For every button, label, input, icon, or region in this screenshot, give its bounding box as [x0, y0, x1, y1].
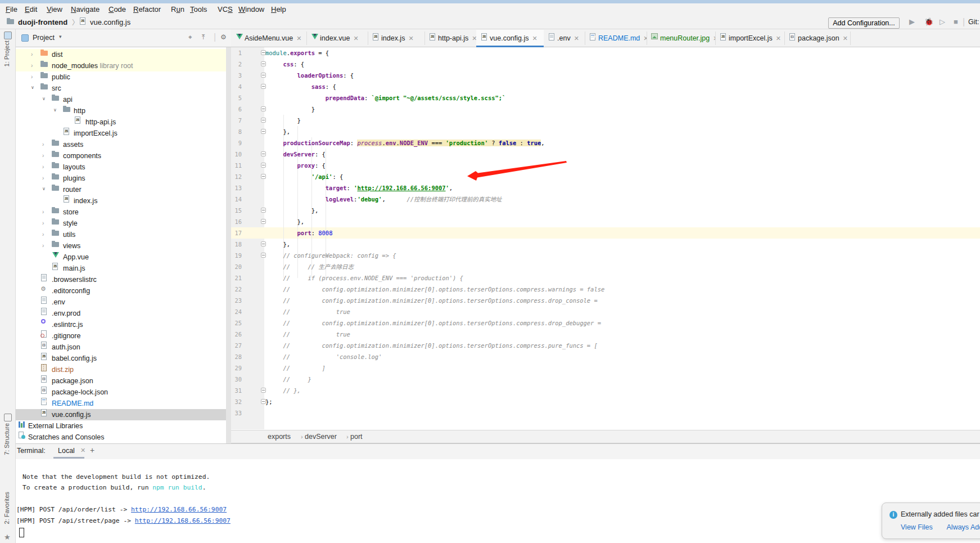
menu-help[interactable]: Help	[271, 5, 286, 14]
tree-item-views[interactable]: ›views	[16, 240, 226, 252]
breadcrumb-project[interactable]: duoji-frontend	[18, 18, 67, 26]
menu-window[interactable]: Window	[238, 5, 264, 14]
tree-item-http-api-js[interactable]: JShttp-api.js	[16, 116, 226, 128]
tab-close-icon[interactable]: ✕	[532, 35, 537, 42]
project-panel-title[interactable]: Project	[33, 34, 55, 42]
git-branch-label[interactable]: Git:	[968, 18, 979, 26]
tree-item-package-json[interactable]: { }package.json	[16, 375, 226, 387]
collapse-all-icon[interactable]: ⤒	[202, 33, 205, 41]
chevron-expanded-icon[interactable]: ∨	[31, 85, 34, 90]
tree-item-dist[interactable]: ›dist	[16, 49, 226, 60]
locate-file-icon[interactable]: ⌖	[188, 33, 192, 41]
menu-navigate[interactable]: Navigate	[71, 5, 100, 14]
terminal-link[interactable]: http://192.168.66.56:9007	[135, 517, 231, 524]
tree-item-auth-json[interactable]: { }auth.json	[16, 342, 226, 353]
tree-item-main-js[interactable]: JSmain.js	[16, 263, 226, 274]
tree-item-public[interactable]: ›public	[16, 71, 226, 83]
tab-importexcel-js[interactable]: JSimportExcel.js✕	[715, 30, 784, 47]
tab--env[interactable]: .env✕	[544, 30, 585, 47]
tab-close-icon[interactable]: ✕	[296, 35, 301, 42]
add-configuration-button[interactable]: Add Configuration...	[828, 17, 900, 29]
terminal-tab-local[interactable]: Local	[58, 447, 75, 455]
tree-item-readme-md[interactable]: MDREADME.md	[16, 398, 226, 409]
code-editor[interactable]: 1234567891011121314151617181920212223242…	[231, 47, 980, 429]
tree-item-api[interactable]: ∨api	[16, 94, 226, 105]
tree-item-external-libraries[interactable]: External Libraries	[16, 420, 226, 432]
tree-item--eslintrc-js[interactable]: .eslintrc.js	[16, 319, 226, 330]
chevron-expanded-icon[interactable]: ∨	[42, 96, 46, 101]
tree-item-store[interactable]: ›store	[16, 207, 226, 218]
terminal-output[interactable]: Note that the development build is not o…	[16, 459, 980, 543]
chevron-expanded-icon[interactable]: ∨	[53, 107, 57, 113]
menu-file[interactable]: File	[6, 5, 17, 14]
tab-menurouter-jpg[interactable]: menuRouter.jpg✕	[647, 30, 715, 47]
tab-close-icon[interactable]: ✕	[574, 35, 579, 42]
stripe-favorites-button[interactable]: 2: Favorites	[3, 492, 10, 524]
tree-item-scratches-and-consoles[interactable]: Scratches and Consoles	[16, 432, 226, 443]
terminal-new-tab-icon[interactable]: +	[90, 446, 94, 455]
tree-item--browserslistrc[interactable]: .browserslistrc	[16, 274, 226, 285]
tree-item-http[interactable]: ∨http	[16, 105, 226, 116]
chevron-collapsed-icon[interactable]: ›	[42, 209, 44, 215]
chevron-collapsed-icon[interactable]: ›	[31, 51, 33, 57]
chevron-collapsed-icon[interactable]: ›	[42, 231, 44, 237]
stop-icon[interactable]: ■	[954, 17, 958, 26]
menu-edit[interactable]: Edit	[25, 5, 37, 14]
chevron-collapsed-icon[interactable]: ›	[42, 243, 44, 249]
menu-tools[interactable]: Tools	[190, 5, 207, 14]
tab-close-icon[interactable]: ✕	[472, 35, 476, 42]
menu-view[interactable]: View	[47, 5, 62, 14]
chevron-collapsed-icon[interactable]: ›	[42, 141, 44, 147]
chevron-expanded-icon[interactable]: ∨	[42, 186, 46, 191]
tree-item-plugins[interactable]: ›plugins	[16, 173, 226, 184]
chevron-collapsed-icon[interactable]: ›	[42, 220, 44, 226]
tree-item-package-lock-json[interactable]: { }package-lock.json	[16, 387, 226, 398]
favorites-star-icon[interactable]: ★	[4, 533, 11, 541]
tab-vue-config-js[interactable]: JSvue.config.js✕	[476, 30, 544, 47]
run-icon[interactable]: ▶	[909, 17, 915, 26]
terminal-panel-label[interactable]: Terminal:	[17, 447, 46, 455]
tree-item-babel-config-js[interactable]: JSbabel.config.js	[16, 353, 226, 364]
always-add-link[interactable]: Always Add	[947, 523, 980, 531]
breadcrumb-file[interactable]: vue.config.js	[90, 18, 130, 26]
tree-item-src[interactable]: ∨src	[16, 83, 226, 94]
coverage-icon[interactable]: ▷	[940, 17, 945, 26]
tab-readme-md[interactable]: MDREADME.md✕	[585, 30, 647, 47]
tab-close-icon[interactable]: ✕	[354, 35, 359, 42]
tree-item-importexcel-js[interactable]: JSimportExcel.js	[16, 128, 226, 139]
chevron-collapsed-icon[interactable]: ›	[31, 74, 33, 80]
tab-http-api-js[interactable]: JShttp-api.js✕	[424, 30, 476, 47]
tab-close-icon[interactable]: ✕	[408, 35, 413, 42]
tree-item-layouts[interactable]: ›layouts	[16, 161, 226, 173]
tree-item--editorconfig[interactable]: ⚙.editorconfig	[16, 285, 226, 297]
terminal-tab-close-icon[interactable]: ✕	[80, 447, 85, 454]
tab-close-icon[interactable]: ✕	[843, 35, 848, 42]
tree-item-router[interactable]: ∨router	[16, 184, 226, 195]
view-files-link[interactable]: View Files	[901, 523, 933, 531]
tree-item--env[interactable]: .env	[16, 297, 226, 308]
chevron-collapsed-icon[interactable]: ›	[42, 164, 44, 170]
tree-item--env-prod[interactable]: .env.prod	[16, 308, 226, 319]
panel-settings-gear-icon[interactable]: ⚙	[220, 33, 227, 41]
menu-refactor[interactable]: Refactor	[133, 5, 161, 14]
tab-index-vue[interactable]: index.vue✕	[306, 30, 368, 47]
chevron-collapsed-icon[interactable]: ›	[42, 152, 44, 159]
tab-index-js[interactable]: JSindex.js✕	[368, 30, 424, 47]
tab-close-icon[interactable]: ✕	[776, 35, 781, 42]
tree-item-app-vue[interactable]: App.vue	[16, 252, 226, 263]
tree-item-dist-zip[interactable]: dist.zip	[16, 364, 226, 375]
tree-item-assets[interactable]: ›assets	[16, 139, 226, 150]
breadcrumb-devserver[interactable]: devServer	[305, 433, 337, 441]
tree-item-vue-config-js[interactable]: JSvue.config.js	[16, 409, 226, 420]
breadcrumb-port[interactable]: port	[350, 433, 363, 441]
tree-item-style[interactable]: ›style	[16, 218, 226, 229]
chevron-collapsed-icon[interactable]: ›	[42, 175, 44, 181]
stripe-structure-button[interactable]: 7: Structure	[3, 423, 10, 455]
chevron-collapsed-icon[interactable]: ›	[31, 62, 33, 69]
tab-asidemenu-vue[interactable]: AsideMenu.vue✕	[231, 30, 306, 47]
project-panel-dropdown-icon[interactable]: ▾	[59, 34, 62, 39]
terminal-link[interactable]: http://192.168.66.56:9007	[131, 506, 227, 513]
menu-vcs[interactable]: VCS	[218, 5, 233, 14]
tree-item-index-js[interactable]: JSindex.js	[16, 195, 226, 207]
stripe-project-button[interactable]: 1: Project	[3, 41, 10, 66]
